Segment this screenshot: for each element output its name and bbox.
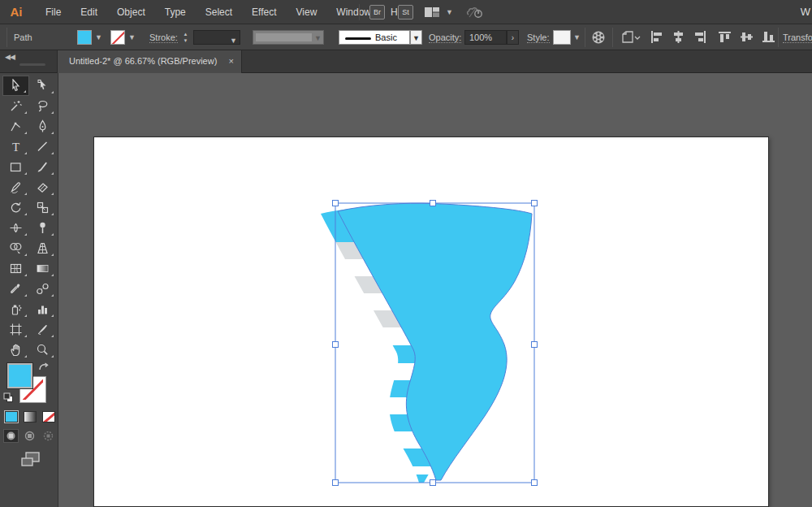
selection-tool[interactable] [2, 76, 29, 96]
bridge-button[interactable]: Br [369, 5, 385, 20]
tornado-shape[interactable] [338, 203, 532, 480]
align-horizontal-left-icon[interactable] [650, 30, 663, 47]
cc-sync-icon[interactable] [466, 5, 486, 23]
transform-link[interactable]: Transform [783, 32, 812, 43]
direct-selection-tool[interactable] [29, 76, 56, 96]
fill-color-swatch[interactable] [77, 30, 92, 45]
workspace-switcher-icon[interactable] [425, 6, 443, 21]
rectangle-tool[interactable] [2, 157, 29, 177]
menu-edit[interactable]: Edit [71, 0, 107, 24]
draw-normal-button[interactable] [3, 429, 19, 443]
stripe-band [292, 466, 552, 474]
fill-stroke-indicator [0, 359, 58, 408]
eyedropper-tool[interactable] [2, 279, 29, 299]
scale-tool[interactable] [29, 197, 56, 218]
stroke-weight-stepper[interactable]: ▲▼ [181, 30, 190, 45]
slice-tool[interactable] [29, 319, 56, 340]
align-vertical-bottom-icon[interactable] [762, 30, 775, 47]
selection-handle[interactable] [333, 201, 339, 206]
default-fill-stroke-icon[interactable] [3, 392, 13, 401]
menu-select[interactable]: Select [196, 0, 242, 24]
chevron-down-icon[interactable]: ▼ [95, 33, 102, 41]
chevron-down-icon[interactable]: ▼ [230, 34, 237, 47]
color-button[interactable] [5, 411, 18, 422]
selection-handle[interactable] [532, 342, 538, 348]
eraser-tool[interactable] [29, 177, 56, 197]
menu-type[interactable]: Type [155, 0, 196, 24]
stock-button[interactable]: St [398, 5, 413, 20]
selection-type-label: Path [14, 32, 32, 42]
perspective-grid-tool[interactable] [29, 238, 56, 258]
rotate-tool[interactable] [2, 197, 29, 218]
control-bar: Path ▼ ▼ Stroke: ▲▼ ▼ ▼ Basic ▼ Opacity:… [0, 24, 812, 50]
magic-wand-tool[interactable] [2, 96, 29, 116]
selection-handle[interactable] [333, 480, 339, 486]
gradient-tool[interactable] [29, 258, 56, 279]
shape-builder-tool[interactable] [2, 238, 29, 258]
blend-tool[interactable] [29, 279, 56, 299]
brush-definition-dropdown[interactable]: Basic [339, 30, 410, 45]
tool-panel: T [0, 73, 58, 507]
stroke-label[interactable]: Stroke: [149, 32, 178, 43]
pencil-tool[interactable] [2, 177, 29, 197]
stroke-weight-field[interactable]: ▼ [193, 30, 240, 45]
draw-behind-button[interactable] [22, 429, 37, 443]
width-tool[interactable] [2, 218, 29, 238]
align-horizontal-center-icon[interactable] [672, 30, 685, 47]
stroke-color-swatch[interactable] [110, 30, 125, 45]
lasso-tool[interactable] [29, 96, 56, 116]
style-swatch[interactable] [553, 30, 571, 45]
column-graph-tool[interactable] [29, 299, 56, 319]
swap-fill-stroke-icon[interactable] [38, 361, 50, 375]
zoom-tool[interactable] [29, 340, 56, 360]
curvature-tool[interactable] [29, 116, 56, 136]
width-profile-dropdown[interactable]: ▼ [253, 30, 324, 45]
width-profile-preview [256, 33, 312, 41]
draw-inside-button[interactable] [41, 429, 56, 443]
hand-tool[interactable] [2, 340, 29, 360]
align-vertical-top-icon[interactable] [718, 30, 732, 47]
artwork-layer [58, 73, 812, 507]
gradient-button[interactable] [24, 411, 37, 422]
artboard-tool[interactable] [2, 319, 29, 340]
menu-effect[interactable]: Effect [242, 0, 286, 24]
selection-handle[interactable] [532, 201, 538, 206]
recolor-artwork-icon[interactable] [591, 30, 606, 48]
paintbrush-tool[interactable] [29, 157, 56, 177]
ai-logo-icon[interactable]: Ai [6, 3, 26, 21]
isolate-selection-icon[interactable] [620, 30, 641, 48]
mesh-tool[interactable] [2, 258, 29, 279]
brush-chevron-button[interactable]: ▼ [410, 30, 422, 45]
menu-view[interactable]: View [287, 0, 327, 24]
selection-handle[interactable] [430, 480, 436, 486]
document-tab[interactable]: Untitled-2* @ 66.67% (RGB/Preview) × [57, 50, 242, 73]
pen-tool[interactable] [2, 116, 29, 136]
menu-file[interactable]: File [36, 0, 71, 24]
line-segment-tool[interactable] [29, 136, 56, 157]
panel-grip[interactable] [19, 63, 45, 66]
style-label[interactable]: Style: [527, 32, 550, 43]
divider [612, 28, 613, 47]
chevron-down-icon[interactable]: ▼ [446, 8, 453, 16]
none-button[interactable] [42, 411, 55, 422]
close-tab-icon[interactable]: × [229, 56, 234, 66]
opacity-slider-button[interactable]: › [507, 30, 519, 45]
chevron-down-icon[interactable]: ▼ [314, 34, 322, 42]
collapse-panel-icon[interactable]: ◀◀ [5, 53, 15, 61]
fill-swatch[interactable] [7, 363, 32, 388]
chevron-down-icon[interactable]: ▼ [128, 33, 136, 41]
screen-mode-icon[interactable] [21, 452, 42, 471]
align-vertical-center-icon[interactable] [740, 30, 754, 47]
menu-object[interactable]: Object [107, 0, 155, 24]
type-tool[interactable]: T [2, 136, 29, 157]
selection-handle[interactable] [532, 480, 538, 486]
symbol-sprayer-tool[interactable] [2, 299, 29, 319]
canvas[interactable] [58, 73, 812, 507]
opacity-label[interactable]: Opacity: [429, 32, 461, 43]
chevron-down-icon[interactable]: ▼ [573, 33, 581, 41]
opacity-field[interactable]: 100% [464, 30, 507, 45]
selection-handle[interactable] [430, 201, 436, 206]
puppet-warp-tool[interactable] [29, 218, 56, 238]
selection-handle[interactable] [333, 342, 339, 348]
align-horizontal-right-icon[interactable] [693, 30, 707, 47]
